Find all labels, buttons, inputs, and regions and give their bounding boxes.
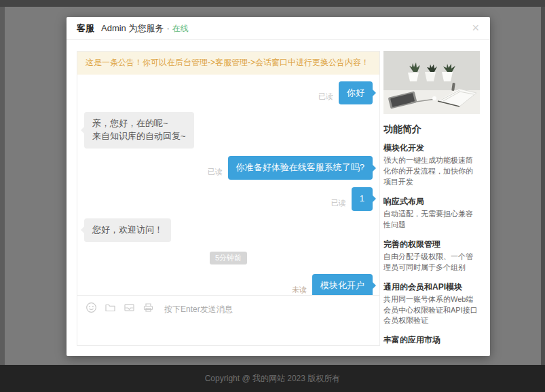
visitor-message-bubble: 你准备好体验在线客服系统了吗?	[228, 156, 373, 180]
feature-desc: 强大的一键生成功能极速简化你的开发流程，加快你的项目开发	[383, 155, 480, 188]
feature-title: 丰富的应用市场	[383, 334, 480, 346]
feature-desc: 自由分配子级权限、一个管理员可同时属于多个组别	[383, 252, 480, 273]
feature-title: 模块化开发	[383, 142, 480, 154]
chat-panel: 这是一条公告！你可以在后台管理->客服管理->会话窗口中进行更换公告内容！ 已读…	[77, 51, 380, 346]
message-row: 未读模块化开户	[84, 274, 373, 295]
read-status-label: 已读	[331, 198, 346, 208]
close-icon[interactable]: ×	[469, 17, 482, 40]
read-status-label: 未读	[292, 285, 307, 295]
feature-item: 模块化开发强大的一键生成功能极速简化你的开发流程，加快你的项目开发	[383, 142, 480, 188]
message-row: 已读你好	[84, 81, 373, 105]
announcement-banner: 这是一条公告！你可以在后台管理->客服管理->会话窗口中进行更换公告内容！	[77, 52, 379, 75]
feature-item: 响应式布局自动适配，无需要担心兼容性问题	[383, 196, 480, 231]
feature-sidebar: 功能简介 模块化开发强大的一键生成功能极速简化你的开发流程，加快你的项目开发响应…	[383, 51, 480, 346]
message-input[interactable]	[164, 305, 371, 314]
chat-modal-header: 客服Admin 为您服务·在线 ×	[67, 17, 490, 40]
feature-list: 模块化开发强大的一键生成功能极速简化你的开发流程，加快你的项目开发响应式布局自动…	[383, 142, 480, 346]
print-icon[interactable]	[143, 302, 154, 313]
input-toolbar	[86, 302, 371, 316]
online-status-label: 在线	[172, 24, 189, 33]
sidebar-title: 功能简介	[383, 123, 480, 136]
emoji-icon[interactable]	[86, 302, 97, 313]
feature-item: 完善的权限管理自由分配子级权限、一个管理员可同时属于多个组别	[383, 239, 480, 273]
feature-desc: 自动适配，无需要担心兼容性问题	[383, 209, 480, 231]
feature-title: 完善的权限管理	[383, 239, 480, 250]
page-right-edge	[541, 7, 545, 365]
message-list: 已读你好亲，您好，在的呢~ 来自知识库的自动回复~已读你准备好体验在线客服系统了…	[77, 75, 379, 295]
input-section	[77, 295, 379, 345]
copyright-text: Copyright @ 我的网站 2023 版权所有	[205, 373, 341, 385]
message-row: 已读你准备好体验在线客服系统了吗?	[84, 156, 373, 180]
message-row: 亲，您好，在的呢~ 来自知识库的自动回复~	[84, 112, 373, 149]
service-brand-label: 客服	[77, 23, 94, 33]
desk-photo	[383, 51, 480, 114]
agent-message-bubble: 亲，您好，在的呢~ 来自知识库的自动回复~	[84, 112, 194, 149]
page-left-edge	[0, 7, 5, 365]
message-row: 您好，欢迎访问！	[84, 218, 373, 242]
feature-title: 响应式布局	[383, 196, 480, 208]
service-agent-label: Admin 为您服务	[101, 23, 164, 33]
timestamp-pill: 5分钟前	[210, 252, 247, 264]
toolbar-icons	[86, 302, 162, 316]
page-footer: Copyright @ 我的网站 2023 版权所有	[0, 365, 545, 392]
page-top-strip	[0, 0, 545, 7]
image-icon[interactable]	[105, 302, 116, 313]
visitor-message-bubble: 1	[352, 187, 373, 211]
agent-message-bubble: 您好，欢迎访问！	[84, 218, 171, 242]
message-row: 已读1	[84, 187, 373, 211]
visitor-message-bubble: 模块化开户	[312, 274, 373, 295]
feature-item: 丰富的应用市场第三方云存储、云短信、富文本编辑器、CMS、博客、文档生成，一切均…	[383, 334, 480, 346]
feature-desc: 共用同一账号体系的Web端会员中心权限验证和API接口会员权限验证	[383, 294, 480, 327]
feature-item: 通用的会员和API模块共用同一账号体系的Web端会员中心权限验证和API接口会员…	[383, 281, 480, 327]
chat-modal: 客服Admin 为您服务·在线 × 这是一条公告！你可以在后台管理->客服管理-…	[67, 17, 490, 356]
visitor-message-bubble: 你好	[339, 81, 373, 105]
chat-modal-body: 这是一条公告！你可以在后台管理->客服管理->会话窗口中进行更换公告内容！ 已读…	[67, 41, 490, 356]
time-divider: 5分钟前	[84, 252, 373, 264]
read-status-label: 已读	[318, 92, 333, 102]
mail-icon[interactable]	[124, 302, 135, 313]
header-separator: ·	[166, 23, 169, 33]
read-status-label: 已读	[208, 167, 223, 177]
feature-title: 通用的会员和API模块	[383, 281, 480, 293]
